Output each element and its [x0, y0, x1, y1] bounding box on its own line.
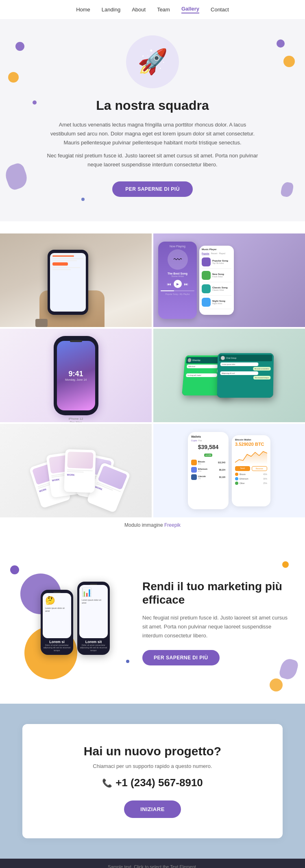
wallet-coin-info-1: Bitcoin BTC	[198, 460, 217, 465]
nav-landing[interactable]: Landing	[102, 7, 120, 13]
tab-popular: Popular	[202, 252, 209, 255]
btc-pct-3: 25%	[263, 482, 267, 484]
music-player-visual: Now Playing 〰 The Best Song Some Artist …	[153, 233, 305, 327]
btc-receive-button[interactable]: Receive	[252, 466, 268, 471]
song-info-4: Night Song Night Artist	[212, 300, 231, 305]
song-sub-2: Fresh Artist	[212, 275, 231, 278]
nav-about[interactable]: About	[132, 7, 146, 13]
marketing-phone-1-screen: 🤔 Lorem ipsum dolor sit amet	[43, 593, 71, 638]
marketing-cta-button[interactable]: PER SAPERNE DI PIÙ	[142, 650, 220, 665]
nav-contact[interactable]: Contact	[211, 7, 229, 13]
iphone-wallpaper: 9:41 Monday, June 14	[57, 341, 95, 410]
music-tabs: Popular Recent Played	[202, 252, 231, 255]
marketing-section: 🤔 Lorem ipsum dolor sit amet Lorem si Do…	[0, 541, 305, 704]
wallet-coin-val-3: $3,120	[219, 476, 225, 478]
music-phone-2: Music Player Popular Recent Played Popul…	[199, 246, 234, 315]
marketing-phone-2-label: Lorem sit	[79, 638, 108, 644]
cta-card: Hai un nuovo progetto? Chiamaci per un s…	[22, 724, 283, 838]
btc-chart	[235, 448, 267, 465]
btc-dot-2	[235, 477, 238, 480]
waveform-icon: 〰	[174, 255, 182, 264]
next-icon: ⏭	[184, 282, 188, 286]
navigation: Home Landing About Team Gallery Contact	[0, 0, 305, 19]
gallery-cell-1	[0, 233, 152, 327]
bitcoin-icon	[191, 460, 197, 465]
marketing-left-visual: 🤔 Lorem ipsum dolor sit amet Lorem si Do…	[16, 565, 130, 679]
song-info-3: Classic Song Classic Artist	[212, 286, 231, 291]
cta-phone-display: 📞 +1 (234) 567-8910	[47, 776, 258, 789]
wallet-coin-val-1: $12,543	[218, 461, 225, 464]
now-playing-label: Now Playing	[170, 245, 185, 248]
hero-cta-button[interactable]: PER SAPERNE DI PIÙ	[112, 181, 193, 197]
btc-send-button[interactable]: Send	[235, 466, 250, 471]
song-info-1: Popular Song Top Hit Artist	[212, 260, 231, 264]
cta-button[interactable]: INIZIARE	[124, 800, 181, 818]
gallery-cell-5: WORK WORK WORK	[0, 424, 152, 517]
playlist-label: Popular Song ♪ My Playlist	[166, 293, 190, 295]
btc-wallet-title: Bitcoin Wallet	[235, 438, 267, 441]
gallery-credit-link[interactable]: Freepik	[164, 522, 181, 528]
phone-icon: 📞	[102, 778, 112, 788]
artist-name: Some Artist	[171, 275, 184, 277]
btc-pct-2: 30%	[263, 478, 267, 480]
nav-team[interactable]: Team	[157, 7, 170, 13]
wallet-balance: $39,584 +2.4%	[191, 444, 225, 458]
wallet-coin-val-2: $8,234	[219, 469, 225, 471]
footer-text: Sample text. Click to select the Text El…	[6, 864, 299, 868]
wallet-coin-sub-1: BTC	[198, 463, 217, 465]
marketing-phone-2-screen: 📊 Lorem ipsum dolor sit amet	[79, 585, 108, 638]
wallet-coin-info-2: Ethereum ETH	[198, 468, 218, 472]
ui-card-3: WORK	[64, 449, 96, 493]
marketing-phone-1-sublabel: Dolor sit amet consectetur adipiscing el…	[43, 644, 71, 652]
wallet-amount: $39,584	[191, 444, 225, 450]
song-sub-3: Classic Artist	[212, 289, 231, 291]
messaging-display: WhatsApp Hello there! Hi! How are you? I…	[153, 329, 305, 422]
progress-fill	[161, 290, 174, 291]
progress-bar	[161, 290, 194, 291]
wallet-title: Wallets	[191, 435, 225, 438]
wallet-coin-sub-3: LTC	[198, 478, 218, 480]
blob-purple-small	[33, 100, 37, 105]
song-info-2: New Song Fresh Artist	[212, 273, 231, 278]
gallery-cell-3: 9:41 Monday, June 14 iPhone 12Pro Max	[0, 329, 152, 422]
marketing-right-content: Rendi il tuo marketing più efficace Nec …	[142, 580, 289, 665]
song-item-3: Classic Song Classic Artist	[202, 284, 231, 296]
song-item-4: Night Song Night Artist	[202, 298, 231, 309]
btc-item-1: Bitcoin 45%	[235, 473, 267, 476]
tab-played: Played	[219, 252, 225, 255]
playback-controls: ⏮ ▶ ⏭	[167, 280, 188, 288]
marketing-phone-2-text: Lorem ipsum dolor sit amet	[82, 599, 105, 604]
wallet-tab-crypto: Crypto	[191, 439, 197, 442]
spacer-2	[0, 533, 305, 541]
gallery-credit: Modulo immagine Freepik	[0, 517, 305, 533]
blob-purple-splat-left	[2, 162, 30, 192]
marketing-blob-bottomright-orange	[270, 678, 283, 691]
music-player-title: Music Player	[202, 248, 231, 251]
wallet-tab-fiat: Fiat	[198, 439, 202, 442]
play-button: ▶	[174, 280, 182, 288]
marketing-phones: 🤔 Lorem ipsum dolor sit amet Lorem si Do…	[41, 582, 110, 655]
marketing-phone-1-label: Lorem si	[43, 638, 71, 644]
btc-label-1: Bitcoin	[240, 473, 263, 475]
song-thumb-3	[202, 284, 211, 293]
iphone-date: Monday, June 14	[65, 378, 87, 381]
marketing-phone-1-text: Lorem ipsum dolor sit amet	[45, 607, 69, 613]
marketing-phone-1: 🤔 Lorem ipsum dolor sit amet Lorem si Do…	[41, 590, 73, 655]
nav-gallery[interactable]: Gallery	[181, 6, 199, 13]
wallet-coin-1: Bitcoin BTC $12,543	[191, 460, 225, 465]
marketing-phone-2: 📊 Lorem ipsum dolor sit amet Lorem sit D…	[77, 582, 110, 655]
iphone-time: 9:41	[68, 370, 83, 378]
nav-home[interactable]: Home	[76, 7, 90, 13]
cta-phone-number: +1 (234) 567-8910	[115, 776, 203, 789]
btc-item-2: Ethereum 30%	[235, 477, 267, 480]
blob-orange-right	[283, 56, 295, 67]
iphone-model-label: iPhone 12Pro Max	[54, 417, 98, 423]
gallery-cell-4: WhatsApp Hello there! Hi! How are you? I…	[153, 329, 305, 422]
spacer-1	[0, 221, 305, 233]
wallet-coin-info-3: Litecoin LTC	[198, 475, 218, 480]
footer: Sample text. Click to select the Text El…	[0, 859, 305, 868]
btc-actions: Send Receive	[235, 466, 267, 471]
song-item-2: New Song Fresh Artist	[202, 271, 231, 282]
previous-icon: ⏮	[167, 282, 171, 286]
song-thumb-4	[202, 298, 211, 307]
